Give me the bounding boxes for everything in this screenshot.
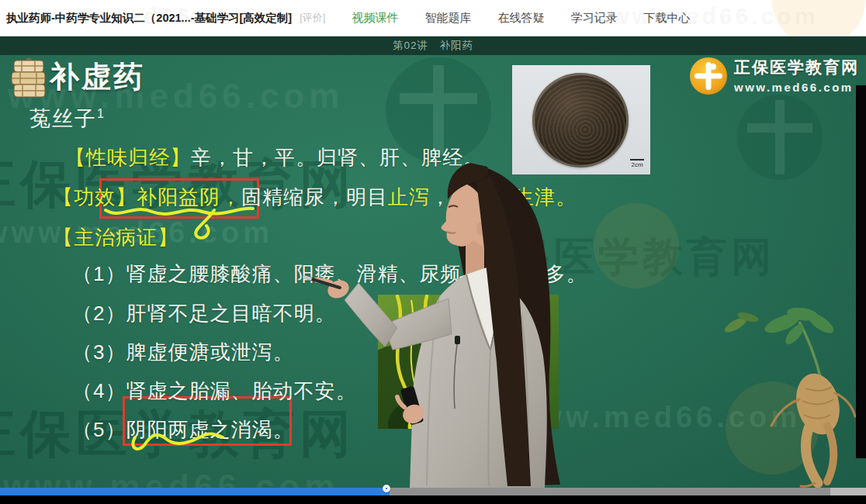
ginseng-decoration [722,308,866,488]
watermark-url: www.med66.com [3,468,339,488]
lecture-title-bar: 第02讲 补阳药 [0,36,866,55]
brand-logo-block: 正保医学教育网 www.med66.com [689,57,859,95]
video-player[interactable]: www.med66.com 正保医学教育网 www.med66.com 正保医学… [0,36,866,488]
herb-name: 菟丝子1 [29,105,106,133]
herb-name-superscript: 1 [97,107,106,120]
progress-played [0,488,390,495]
tab-video-courseware[interactable]: 视频课件 [352,11,398,26]
progress-buffer-tail [830,488,866,495]
presenter [295,161,574,488]
brand-name: 正保医学教育网 [734,57,859,78]
indication-item: （3）脾虚便溏或泄泻。 [72,339,293,366]
photo-scale-label: 2cm [631,161,643,168]
tab-online-qa[interactable]: 在线答疑 [497,11,544,26]
zhuzhi-label: 【主治病证】 [53,224,178,251]
tab-download-center[interactable]: 下载中心 [643,11,690,26]
xingwei-label: 【性味归经】 [65,146,191,169]
tab-question-bank[interactable]: 智能题库 [424,11,471,26]
bottom-black-bar [0,495,866,504]
herb-name-text: 菟丝子 [29,107,97,130]
herb-bundle-icon [9,58,48,100]
photo-scale-bar: 2cm [630,159,644,168]
right-letterbox-strip [856,85,866,458]
nav-tabs: 视频课件 智能题库 在线答疑 学习记录 下载中心 [352,11,690,26]
lecture-title: 第02讲 补阳药 [393,39,473,53]
item5-prefix: （5） [72,418,126,441]
herb-seeds-photo: 2cm [512,65,650,174]
app-window: www.med66.com www.med66.com 执业药师-中药学专业知识… [0,0,866,504]
yellow-underline-squiggle [126,420,234,455]
topbar-watermark-circle [772,0,865,36]
brand-url: www.med66.com [734,81,859,94]
watermark-logo-circle [590,199,683,292]
top-navigation-bar: www.med66.com www.med66.com 执业药师-中药学专业知识… [0,0,866,36]
tab-study-record[interactable]: 学习记录 [570,11,617,26]
video-progress-bar[interactable] [0,488,866,495]
slide-section-title: 补虚药 [50,57,145,97]
med66-logo-icon [689,57,728,95]
rate-link[interactable]: [评价] [300,11,325,25]
clip-microphone [455,336,460,344]
seeds-texture [532,73,629,167]
course-title: 执业药师-中药学专业知识二（2021...-基础学习[高效定制] [6,11,292,26]
watermark-logo-circle [733,91,826,184]
